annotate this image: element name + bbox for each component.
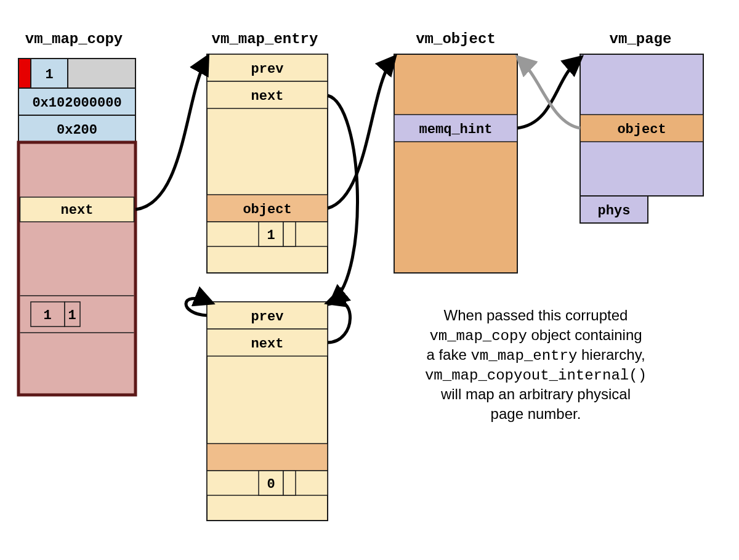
vm-object-struct: memq_hint <box>394 54 517 273</box>
vm-map-copy-flag-a: 1 <box>43 308 51 323</box>
caption-l2b: object containing <box>527 327 642 343</box>
caption-l6: page number. <box>491 405 581 422</box>
title-vm-map-entry: vm_map_entry <box>212 31 318 47</box>
svg-text:page number.: page number. <box>491 405 581 422</box>
svg-text:When passed this corrupted: When passed this corrupted <box>444 307 628 323</box>
caption-l3b: vm_map_entry <box>470 347 577 364</box>
vm-map-copy-next: next <box>61 203 94 218</box>
svg-text:will map an arbitrary physical: will map an arbitrary physical <box>440 386 631 402</box>
caption-l5: will map an arbitrary physical <box>440 386 631 402</box>
entry1-object: object <box>243 202 291 217</box>
caption-l4: vm_map_copyout_internal() <box>425 367 647 384</box>
arrow-memq-to-vmpage <box>517 59 579 128</box>
vm-map-entry-1: prev next object 1 <box>207 54 328 273</box>
vm-map-copy-redflag <box>18 59 31 88</box>
caption: When passed this corrupted vm_map_copy o… <box>425 307 647 422</box>
title-vm-object: vm_object <box>416 31 496 47</box>
vm-map-copy-type: 1 <box>45 67 53 83</box>
vm-map-copy-header <box>18 142 135 395</box>
entry1-next: next <box>251 89 284 104</box>
caption-l2a: vm_map_copy <box>429 328 527 344</box>
arrow-entry2-next-self <box>328 301 350 343</box>
vm-page-object: object <box>617 122 666 137</box>
title-vm-map-copy: vm_map_copy <box>25 31 123 47</box>
entry2-prev: prev <box>251 309 284 325</box>
entry1-prev: prev <box>251 62 284 77</box>
arrow-entry2-prev-self <box>186 298 209 315</box>
arrow-copy-to-entry1 <box>135 59 206 209</box>
entry1-flag: 1 <box>267 228 275 243</box>
vm-object-memq: memq_hint <box>419 122 493 137</box>
svg-text:a fake vm_map_entry hierarchy,: a fake vm_map_entry hierarchy, <box>426 346 645 364</box>
vm-map-copy-addr: 0x102000000 <box>32 95 121 111</box>
vm-map-copy-struct: 1 0x102000000 0x200 next 1 1 <box>18 59 135 395</box>
svg-rect-23 <box>394 54 517 273</box>
svg-text:vm_map_copyout_internal(): vm_map_copyout_internal() <box>425 367 647 384</box>
entry2-next: next <box>251 336 284 352</box>
svg-text:vm_map_copy object containing: vm_map_copy object containing <box>429 327 642 344</box>
caption-l3c: hierarchy, <box>577 346 645 363</box>
caption-l3a: a fake <box>426 346 470 363</box>
entry2-flag: 0 <box>267 477 275 492</box>
caption-l1: When passed this corrupted <box>444 307 628 323</box>
vm-map-copy-size: 0x200 <box>57 123 97 138</box>
vm-map-entry-2: prev next 0 <box>207 302 328 521</box>
svg-rect-22 <box>283 471 296 495</box>
vm-map-copy-pad <box>68 59 135 88</box>
diagram-root: vm_map_copy vm_map_entry vm_object vm_pa… <box>0 0 739 560</box>
vm-page-struct: object phys <box>580 54 703 223</box>
svg-rect-15 <box>283 222 296 246</box>
vm-map-copy-flag-b: 1 <box>68 308 76 323</box>
svg-rect-19 <box>207 444 328 471</box>
arrow-entry1-object-to-vmobject <box>328 59 393 208</box>
vm-page-phys: phys <box>598 203 631 219</box>
title-vm-page: vm_page <box>610 31 672 47</box>
